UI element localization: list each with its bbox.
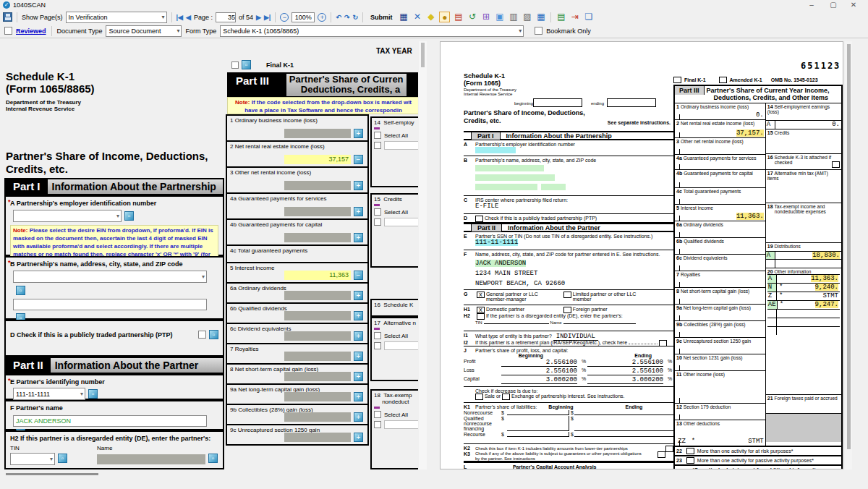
link-button[interactable]: ▫	[124, 211, 134, 221]
code-field[interactable]	[384, 420, 418, 429]
link-button[interactable]: ▫	[88, 389, 98, 399]
code-field[interactable]	[384, 341, 418, 350]
amount-field[interactable]	[284, 412, 351, 422]
amount-field[interactable]	[284, 291, 351, 300]
export-red-icon[interactable]: ⇥	[569, 12, 580, 22]
maximize-button[interactable]: ▢	[823, 1, 843, 9]
amount-field[interactable]	[284, 207, 351, 216]
reviewed-label[interactable]: Reviewed	[16, 27, 46, 35]
amount-field[interactable]: 37,157	[284, 155, 351, 164]
link-toggle-button[interactable]	[354, 331, 363, 341]
minimize-button[interactable]: –	[801, 1, 822, 9]
link-toggle-button[interactable]	[354, 155, 363, 164]
link-toggle-button[interactable]	[354, 392, 363, 401]
code-field[interactable]	[384, 141, 418, 150]
partnership-name-select[interactable]	[13, 271, 207, 283]
ptp-checkbox[interactable]	[198, 331, 206, 339]
link-button[interactable]: ▫	[208, 454, 218, 463]
link-toggle-button[interactable]	[354, 412, 363, 422]
scrollbar-thumb[interactable]	[847, 44, 851, 449]
form-vertical-scrollbar[interactable]	[419, 41, 427, 469]
network-icon[interactable]: ⊞	[480, 12, 491, 22]
amount-field[interactable]: 11,363	[284, 271, 351, 280]
show-pages-select[interactable]: In Verification	[66, 12, 167, 23]
item-checkbox[interactable]	[374, 421, 381, 428]
amount-field[interactable]	[284, 331, 351, 341]
final-k1-checkbox[interactable]	[231, 61, 239, 69]
code-field[interactable]	[384, 218, 418, 226]
last-page-button[interactable]: ▶|	[264, 14, 271, 21]
de-name-field[interactable]	[97, 454, 205, 464]
delete-page-icon[interactable]: ✕	[412, 12, 422, 22]
amount-field[interactable]	[284, 311, 351, 320]
form-horizontal-scrollbar[interactable]	[1, 472, 418, 477]
item-checkbox[interactable]	[374, 342, 381, 349]
link-toggle-button[interactable]	[354, 352, 363, 361]
partner-id-select[interactable]: 111-11-1111	[13, 388, 85, 400]
amount-field[interactable]	[284, 129, 351, 138]
rotate-page-icon[interactable]: ▨	[522, 12, 532, 22]
link-button[interactable]: ▫	[58, 454, 67, 463]
amount-field[interactable]	[284, 433, 351, 442]
link-toggle-button[interactable]	[354, 207, 363, 216]
item-checkbox[interactable]	[374, 142, 381, 149]
link-toggle-button[interactable]	[354, 129, 363, 138]
link-button[interactable]: ▫	[209, 330, 218, 339]
copy-page-icon[interactable]: ▥	[508, 12, 519, 22]
form-type-select[interactable]: Schedule K-1 (1065/8865)	[220, 25, 524, 37]
link-toggle-button[interactable]	[354, 311, 363, 320]
partner-name-input[interactable]: JACK ANDERSON	[13, 415, 207, 427]
link-toggle-button[interactable]	[354, 372, 363, 381]
money-bag-icon[interactable]: ●	[439, 12, 450, 22]
image-icon[interactable]: ▣	[494, 12, 505, 22]
rotate-right-icon[interactable]: ↷	[344, 14, 350, 21]
box-line17: 17 Alternative n Select All	[370, 317, 418, 381]
select-all-checkbox[interactable]	[374, 411, 381, 418]
scanned-document[interactable]: 651123 Schedule K-1 (Form 1065) Departme…	[440, 41, 843, 469]
link-button[interactable]: ▫	[242, 60, 251, 69]
save-icon[interactable]	[3, 12, 12, 22]
link-toggle-button[interactable]	[354, 291, 363, 300]
link-toggle-button[interactable]	[354, 271, 363, 280]
scrollbar-thumb[interactable]	[421, 43, 425, 67]
zoom-in-icon[interactable]: +	[318, 13, 326, 22]
link-toggle-button[interactable]	[354, 433, 363, 442]
doc-type-select[interactable]: Source Document	[106, 25, 182, 37]
verify-grid-icon[interactable]: ▦	[398, 12, 409, 22]
refresh-icon[interactable]: ↺	[467, 12, 477, 22]
amount-field[interactable]	[284, 372, 351, 381]
select-all-checkbox[interactable]	[374, 332, 381, 339]
address-input[interactable]	[13, 299, 207, 310]
diamond-icon[interactable]: ◆	[425, 12, 436, 22]
de-tin-select[interactable]	[10, 453, 55, 465]
scrollbar-thumb[interactable]	[6, 473, 98, 475]
link-toggle-button[interactable]	[354, 233, 363, 242]
rotate-left-icon[interactable]: ↶	[336, 14, 341, 21]
zoom-input[interactable]	[292, 12, 315, 22]
prev-page-button[interactable]: ◀	[186, 14, 191, 21]
rotate-refresh-icon[interactable]: ↻	[352, 14, 358, 21]
select-all-checkbox[interactable]	[374, 208, 381, 216]
item-checkbox[interactable]	[374, 218, 381, 226]
form-grid-icon[interactable]: ▦	[535, 12, 546, 22]
next-page-button[interactable]: ▶	[256, 14, 261, 21]
submit-button[interactable]: Submit	[367, 13, 396, 22]
reviewed-checkbox[interactable]	[4, 27, 12, 35]
ein-select[interactable]	[13, 210, 122, 222]
bookmark-only-checkbox[interactable]	[535, 27, 542, 35]
table-green-icon[interactable]: ▤	[556, 12, 566, 22]
close-button[interactable]: ✕	[843, 1, 864, 9]
zoom-out-icon[interactable]: −	[280, 13, 289, 22]
amount-field[interactable]	[284, 181, 351, 190]
window-blue-icon[interactable]: ❏	[583, 12, 594, 22]
amount-field[interactable]	[284, 392, 351, 401]
excel-remove-icon[interactable]: ▤	[453, 12, 464, 22]
amount-field[interactable]	[284, 233, 351, 242]
link-button[interactable]: ▫	[16, 286, 25, 295]
select-all-checkbox[interactable]	[374, 132, 381, 139]
page-input[interactable]	[216, 12, 236, 22]
doc-vertical-scrollbar[interactable]	[845, 41, 852, 469]
first-page-button[interactable]: |◀	[176, 14, 183, 21]
amount-field[interactable]	[284, 352, 351, 361]
link-toggle-button[interactable]	[354, 181, 363, 190]
